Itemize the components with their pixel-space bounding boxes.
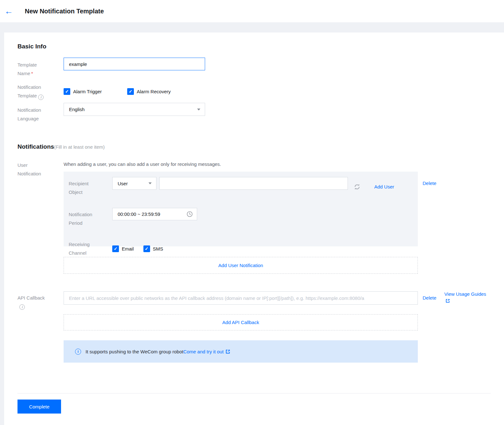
recipient-object-row: Recipient Object User bbox=[69, 177, 418, 196]
notification-period-row: Notification Period 00:00:00 ~ 23:59:59 bbox=[69, 208, 418, 227]
api-callback-info-icon[interactable]: i bbox=[19, 304, 25, 310]
banner-text: It supports pushing to the WeCom group r… bbox=[86, 349, 183, 354]
user-notification-label: User Notification bbox=[17, 161, 52, 274]
user-notification-label-text: User Notification bbox=[17, 162, 41, 176]
delete-user-notification-link[interactable]: Delete bbox=[423, 181, 436, 186]
notification-template-info-icon[interactable]: i bbox=[38, 95, 44, 100]
user-notification-side: Delete bbox=[418, 161, 491, 274]
api-callback-label-text: API Callback bbox=[17, 294, 52, 301]
required-asterisk: * bbox=[31, 71, 33, 76]
notification-period-label-text: Notification Period bbox=[69, 212, 92, 226]
form-card: Basic Info Template Name* Notification T… bbox=[4, 32, 504, 425]
notification-template-row: Notification Template i Alarm Trigger Al… bbox=[17, 83, 491, 100]
alarm-trigger-label: Alarm Trigger bbox=[73, 89, 102, 94]
receiving-channel-label-text: Receiving Channel bbox=[69, 242, 90, 256]
external-link-icon[interactable] bbox=[225, 349, 230, 354]
view-usage-guides-label[interactable]: View Usage Guides bbox=[444, 291, 486, 297]
template-name-input[interactable] bbox=[64, 58, 205, 70]
recipient-type-value: User bbox=[118, 181, 128, 186]
api-callback-input[interactable] bbox=[64, 291, 418, 305]
api-callback-label: API Callback i bbox=[17, 291, 52, 363]
receiving-channel-checkbox-group: Email SMS bbox=[112, 240, 163, 257]
external-link-icon[interactable] bbox=[445, 299, 486, 303]
notifications-heading-note: (Fill in at least one item) bbox=[54, 144, 105, 150]
api-callback-side: Delete View Usage Guides bbox=[418, 291, 491, 363]
user-notification-panel: Recipient Object User bbox=[64, 172, 418, 246]
chevron-down-icon bbox=[148, 182, 152, 184]
recipient-input[interactable] bbox=[159, 177, 348, 190]
receiving-channel-label: Receiving Channel bbox=[69, 240, 100, 257]
notification-language-label-text: Notification Language bbox=[17, 107, 41, 121]
view-usage-guides[interactable]: View Usage Guides bbox=[444, 291, 486, 303]
user-notification-hint: When adding a user, you can also add a u… bbox=[64, 161, 418, 167]
api-callback-main: Add API Callback i It supports pushing t… bbox=[64, 291, 418, 363]
page-title: New Notification Template bbox=[25, 8, 104, 15]
add-api-callback-label: Add API Callback bbox=[222, 320, 259, 325]
template-name-label-text: Template Name bbox=[17, 62, 37, 76]
notification-period-value: 00:00:00 ~ 23:59:59 bbox=[118, 211, 160, 217]
notification-template-label-text: Notification Template bbox=[17, 84, 41, 98]
notification-period-input[interactable]: 00:00:00 ~ 23:59:59 bbox=[112, 208, 197, 220]
alarm-trigger-checkbox[interactable]: Alarm Trigger bbox=[64, 88, 102, 95]
footer-divider bbox=[17, 393, 491, 393]
recipient-object-label-text: Recipient Object bbox=[69, 181, 89, 195]
notification-language-row: Notification Language English bbox=[17, 103, 491, 123]
notification-language-label: Notification Language bbox=[17, 103, 52, 123]
user-notification-row: User Notification When adding a user, yo… bbox=[17, 161, 491, 274]
user-notification-main: When adding a user, you can also add a u… bbox=[64, 161, 418, 274]
refresh-icon[interactable] bbox=[354, 183, 361, 190]
clock-icon bbox=[186, 211, 193, 217]
alarm-recovery-label: Alarm Recovery bbox=[137, 89, 171, 94]
sms-label: SMS bbox=[153, 246, 163, 251]
add-api-callback-button[interactable]: Add API Callback bbox=[64, 314, 418, 330]
email-checkbox[interactable]: Email bbox=[112, 245, 134, 252]
basic-info-heading: Basic Info bbox=[17, 32, 491, 50]
notifications-heading: Notifications(Fill in at least one item) bbox=[17, 143, 491, 151]
checkbox-checked-icon bbox=[143, 245, 150, 252]
come-and-try-link[interactable]: Come and try it out bbox=[183, 349, 224, 354]
wecom-info-banner: i It supports pushing to the WeCom group… bbox=[64, 340, 418, 363]
add-user-notification-label: Add User Notification bbox=[218, 263, 263, 268]
alarm-recovery-checkbox[interactable]: Alarm Recovery bbox=[127, 88, 171, 95]
api-callback-row: API Callback i Add API Callback i It sup… bbox=[17, 291, 491, 363]
notification-language-select[interactable]: English bbox=[64, 103, 205, 116]
add-user-link[interactable]: Add User bbox=[374, 184, 394, 189]
recipient-object-label: Recipient Object bbox=[69, 177, 100, 196]
notification-template-checkbox-group: Alarm Trigger Alarm Recovery bbox=[64, 83, 171, 100]
notification-template-label: Notification Template i bbox=[17, 83, 52, 100]
info-circle-icon: i bbox=[75, 349, 81, 355]
chevron-down-icon bbox=[197, 109, 200, 110]
add-user-notification-button[interactable]: Add User Notification bbox=[64, 257, 418, 274]
checkbox-checked-icon bbox=[112, 245, 119, 252]
receiving-channel-row: Receiving Channel Email SMS bbox=[69, 240, 418, 257]
email-label: Email bbox=[122, 246, 134, 251]
page-background: Basic Info Template Name* Notification T… bbox=[0, 22, 504, 425]
back-arrow-icon[interactable]: ← bbox=[4, 7, 16, 16]
notification-period-label: Notification Period bbox=[69, 208, 100, 227]
checkbox-checked-icon bbox=[64, 88, 70, 95]
sms-checkbox[interactable]: SMS bbox=[143, 245, 163, 252]
template-name-label: Template Name* bbox=[17, 58, 52, 78]
recipient-type-select[interactable]: User bbox=[112, 177, 156, 190]
notification-language-value: English bbox=[69, 107, 85, 112]
template-name-row: Template Name* bbox=[17, 58, 491, 78]
complete-button[interactable]: Complete bbox=[17, 400, 61, 414]
delete-api-callback-link[interactable]: Delete bbox=[423, 295, 436, 301]
notifications-heading-text: Notifications bbox=[17, 143, 54, 150]
page-header: ← New Notification Template bbox=[0, 0, 504, 22]
checkbox-checked-icon bbox=[127, 88, 134, 95]
